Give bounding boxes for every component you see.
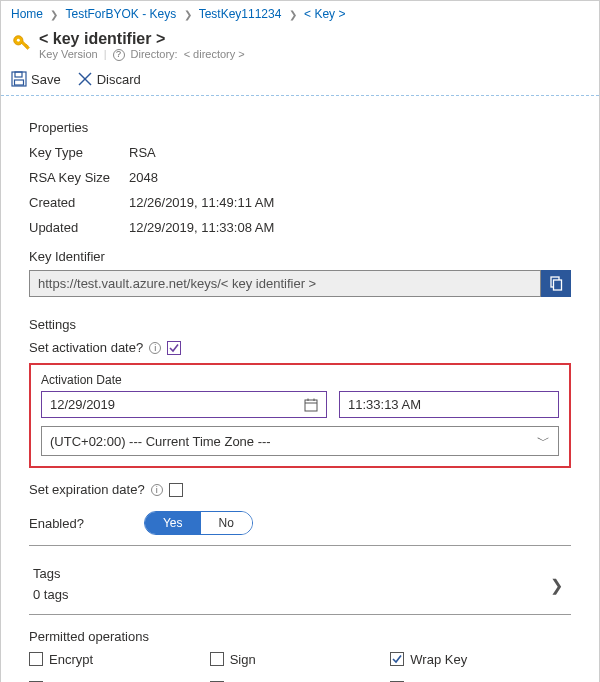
chevron-right-icon: ❯: [184, 9, 192, 20]
updated-label: Updated: [29, 220, 129, 235]
key-identifier-label: Key Identifier: [29, 249, 571, 264]
encrypt-checkbox[interactable]: [29, 652, 43, 666]
toggle-no[interactable]: No: [201, 512, 252, 534]
chevron-right-icon: ❯: [289, 9, 297, 20]
encrypt-label: Encrypt: [49, 652, 93, 667]
chevron-down-icon: ﹀: [537, 432, 550, 450]
breadcrumb-vault[interactable]: TestForBYOK - Keys: [65, 7, 176, 21]
activation-time-input[interactable]: 11:33:13 AM: [339, 391, 559, 418]
chevron-right-icon: ❯: [50, 9, 58, 20]
set-expiration-label: Set expiration date?: [29, 482, 145, 497]
wrap-key-label: Wrap Key: [410, 652, 467, 667]
svg-rect-10: [554, 280, 562, 290]
toggle-yes[interactable]: Yes: [145, 512, 201, 534]
enabled-label: Enabled?: [29, 516, 84, 531]
calendar-icon: [304, 398, 318, 412]
key-identifier-value[interactable]: https://test.vault.azure.net/keys/< key …: [29, 270, 541, 297]
activation-date-heading: Activation Date: [41, 373, 559, 387]
directory-label: Directory:: [131, 48, 178, 61]
permitted-operations-heading: Permitted operations: [29, 629, 571, 644]
activation-date-input[interactable]: 12/29/2019: [41, 391, 327, 418]
tags-count: 0 tags: [33, 585, 68, 606]
key-type-value: RSA: [129, 145, 156, 160]
set-activation-label: Set activation date?: [29, 340, 143, 355]
created-label: Created: [29, 195, 129, 210]
save-icon: [11, 71, 27, 87]
discard-button[interactable]: Discard: [77, 71, 141, 87]
check-icon: [391, 653, 403, 665]
info-icon[interactable]: i: [151, 484, 163, 496]
rsa-size-label: RSA Key Size: [29, 170, 129, 185]
created-value: 12/26/2019, 11:49:11 AM: [129, 195, 274, 210]
wrap-key-checkbox[interactable]: [390, 652, 404, 666]
chevron-right-icon: ❯: [550, 576, 567, 595]
page-title: < key identifier >: [39, 29, 245, 48]
activation-checkbox[interactable]: [167, 341, 181, 355]
info-icon[interactable]: ?: [113, 49, 125, 61]
svg-rect-5: [15, 72, 22, 77]
sign-label: Sign: [230, 652, 256, 667]
key-icon: [11, 31, 33, 57]
copy-icon: [548, 276, 564, 292]
divider: [29, 545, 571, 546]
key-version-label: Key Version: [39, 48, 98, 61]
properties-heading: Properties: [29, 120, 571, 135]
expiration-checkbox[interactable]: [169, 483, 183, 497]
settings-heading: Settings: [29, 317, 571, 332]
save-button[interactable]: Save: [11, 71, 61, 87]
svg-point-1: [17, 39, 20, 42]
timezone-select[interactable]: (UTC+02:00) --- Current Time Zone --- ﹀: [41, 426, 559, 456]
svg-rect-11: [305, 400, 317, 411]
close-icon: [77, 71, 93, 87]
rsa-size-value: 2048: [129, 170, 158, 185]
sign-checkbox[interactable]: [210, 652, 224, 666]
updated-value: 12/29/2019, 11:33:08 AM: [129, 220, 274, 235]
key-type-label: Key Type: [29, 145, 129, 160]
breadcrumb-home[interactable]: Home: [11, 7, 43, 21]
breadcrumb-current[interactable]: < Key >: [304, 7, 345, 21]
breadcrumb-key[interactable]: TestKey111234: [199, 7, 282, 21]
svg-rect-6: [15, 80, 24, 85]
info-icon[interactable]: i: [149, 342, 161, 354]
divider: [29, 614, 571, 615]
check-icon: [168, 342, 180, 354]
tags-row[interactable]: Tags 0 tags ❯: [29, 558, 571, 608]
activation-date-panel: Activation Date 12/29/2019 11:33:13 AM (…: [29, 363, 571, 468]
directory-value: < directory >: [184, 48, 245, 61]
copy-button[interactable]: [541, 270, 571, 297]
tags-label: Tags: [33, 564, 68, 585]
breadcrumb: Home ❯ TestForBYOK - Keys ❯ TestKey11123…: [1, 1, 599, 27]
enabled-toggle[interactable]: Yes No: [144, 511, 253, 535]
